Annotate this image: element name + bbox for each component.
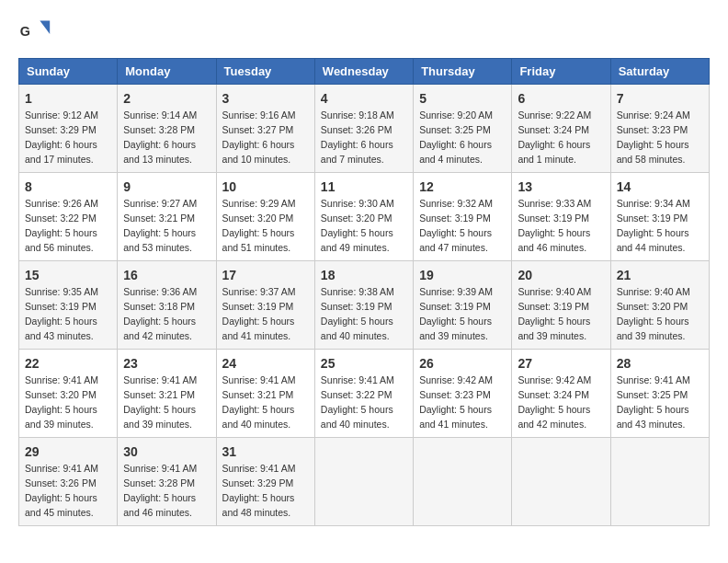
cell-content: Sunrise: 9:36 AMSunset: 3:18 PMDaylight:…	[123, 286, 197, 341]
cell-content: Sunrise: 9:42 AMSunset: 3:23 PMDaylight:…	[419, 374, 493, 430]
calendar-cell	[512, 438, 610, 526]
cell-content: Sunrise: 9:42 AMSunset: 3:24 PMDaylight:…	[518, 374, 591, 430]
day-number: 22	[25, 354, 111, 373]
week-row-1: 1 Sunrise: 9:12 AMSunset: 3:29 PMDayligh…	[19, 85, 710, 173]
week-row-2: 8 Sunrise: 9:26 AMSunset: 3:22 PMDayligh…	[19, 173, 710, 261]
cell-content: Sunrise: 9:29 AMSunset: 3:20 PMDaylight:…	[222, 198, 296, 253]
cell-content: Sunrise: 9:27 AMSunset: 3:21 PMDaylight:…	[123, 198, 197, 253]
calendar-cell: 30 Sunrise: 9:41 AMSunset: 3:28 PMDaylig…	[118, 438, 216, 526]
calendar-cell: 25 Sunrise: 9:41 AMSunset: 3:22 PMDaylig…	[314, 350, 413, 438]
calendar-cell: 17 Sunrise: 9:37 AMSunset: 3:19 PMDaylig…	[216, 261, 314, 350]
cell-content: Sunrise: 9:30 AMSunset: 3:20 PMDaylight:…	[321, 198, 394, 253]
weekday-header-row: SundayMondayTuesdayWednesdayThursdayFrid…	[19, 59, 710, 85]
day-number: 9	[123, 178, 210, 196]
week-row-5: 29 Sunrise: 9:41 AMSunset: 3:26 PMDaylig…	[19, 438, 710, 526]
cell-content: Sunrise: 9:22 AMSunset: 3:24 PMDaylight:…	[518, 109, 591, 165]
day-number: 31	[222, 442, 309, 461]
calendar-cell: 11 Sunrise: 9:30 AMSunset: 3:20 PMDaylig…	[314, 173, 413, 261]
calendar-cell: 16 Sunrise: 9:36 AMSunset: 3:18 PMDaylig…	[118, 261, 216, 350]
calendar-cell: 7 Sunrise: 9:24 AMSunset: 3:23 PMDayligh…	[610, 85, 709, 173]
calendar-cell: 26 Sunrise: 9:42 AMSunset: 3:23 PMDaylig…	[414, 350, 512, 438]
day-number: 20	[518, 266, 604, 284]
calendar-cell: 21 Sunrise: 9:40 AMSunset: 3:20 PMDaylig…	[610, 261, 709, 350]
day-number: 26	[419, 354, 506, 373]
weekday-header-friday: Friday	[512, 59, 610, 85]
weekday-header-sunday: Sunday	[19, 59, 118, 85]
cell-content: Sunrise: 9:32 AMSunset: 3:19 PMDaylight:…	[419, 198, 493, 253]
cell-content: Sunrise: 9:18 AMSunset: 3:26 PMDaylight:…	[321, 109, 394, 165]
cell-content: Sunrise: 9:41 AMSunset: 3:28 PMDaylight:…	[123, 463, 197, 518]
cell-content: Sunrise: 9:26 AMSunset: 3:22 PMDaylight:…	[25, 198, 98, 253]
day-number: 28	[617, 354, 703, 373]
day-number: 7	[617, 89, 703, 108]
calendar-cell: 14 Sunrise: 9:34 AMSunset: 3:19 PMDaylig…	[610, 173, 709, 261]
logo: G	[18, 17, 55, 51]
cell-content: Sunrise: 9:35 AMSunset: 3:19 PMDaylight:…	[25, 286, 98, 341]
weekday-header-thursday: Thursday	[414, 59, 512, 85]
calendar-cell: 12 Sunrise: 9:32 AMSunset: 3:19 PMDaylig…	[414, 173, 512, 261]
calendar-cell: 8 Sunrise: 9:26 AMSunset: 3:22 PMDayligh…	[19, 173, 118, 261]
cell-content: Sunrise: 9:37 AMSunset: 3:19 PMDaylight:…	[222, 286, 296, 341]
day-number: 24	[222, 354, 309, 373]
cell-content: Sunrise: 9:33 AMSunset: 3:19 PMDaylight:…	[518, 198, 591, 253]
calendar-cell: 27 Sunrise: 9:42 AMSunset: 3:24 PMDaylig…	[512, 350, 610, 438]
calendar-cell: 2 Sunrise: 9:14 AMSunset: 3:28 PMDayligh…	[118, 85, 216, 173]
cell-content: Sunrise: 9:41 AMSunset: 3:25 PMDaylight:…	[617, 374, 690, 430]
calendar-cell: 1 Sunrise: 9:12 AMSunset: 3:29 PMDayligh…	[19, 85, 118, 173]
day-number: 12	[419, 178, 506, 196]
cell-content: Sunrise: 9:14 AMSunset: 3:28 PMDaylight:…	[123, 109, 197, 165]
logo-icon: G	[18, 17, 51, 51]
calendar-cell: 29 Sunrise: 9:41 AMSunset: 3:26 PMDaylig…	[19, 438, 118, 526]
cell-content: Sunrise: 9:41 AMSunset: 3:21 PMDaylight:…	[123, 374, 197, 430]
svg-text:G: G	[20, 24, 30, 39]
cell-content: Sunrise: 9:38 AMSunset: 3:19 PMDaylight:…	[321, 286, 394, 341]
calendar-table: SundayMondayTuesdayWednesdayThursdayFrid…	[18, 58, 710, 526]
cell-content: Sunrise: 9:41 AMSunset: 3:21 PMDaylight:…	[222, 374, 296, 430]
day-number: 1	[25, 89, 111, 108]
cell-content: Sunrise: 9:41 AMSunset: 3:26 PMDaylight:…	[25, 463, 98, 518]
day-number: 5	[419, 89, 506, 108]
calendar-cell: 4 Sunrise: 9:18 AMSunset: 3:26 PMDayligh…	[314, 85, 413, 173]
calendar-cell: 15 Sunrise: 9:35 AMSunset: 3:19 PMDaylig…	[19, 261, 118, 350]
day-number: 15	[25, 266, 111, 284]
cell-content: Sunrise: 9:41 AMSunset: 3:29 PMDaylight:…	[222, 463, 296, 518]
cell-content: Sunrise: 9:40 AMSunset: 3:20 PMDaylight:…	[617, 286, 690, 341]
week-row-4: 22 Sunrise: 9:41 AMSunset: 3:20 PMDaylig…	[19, 350, 710, 438]
weekday-header-monday: Monday	[118, 59, 216, 85]
calendar-cell: 20 Sunrise: 9:40 AMSunset: 3:19 PMDaylig…	[512, 261, 610, 350]
calendar-cell: 18 Sunrise: 9:38 AMSunset: 3:19 PMDaylig…	[314, 261, 413, 350]
cell-content: Sunrise: 9:41 AMSunset: 3:22 PMDaylight:…	[321, 374, 394, 430]
calendar-cell: 6 Sunrise: 9:22 AMSunset: 3:24 PMDayligh…	[512, 85, 610, 173]
day-number: 3	[222, 89, 309, 108]
day-number: 11	[321, 178, 407, 196]
cell-content: Sunrise: 9:12 AMSunset: 3:29 PMDaylight:…	[25, 109, 98, 165]
calendar-cell: 19 Sunrise: 9:39 AMSunset: 3:19 PMDaylig…	[414, 261, 512, 350]
day-number: 4	[321, 89, 407, 108]
cell-content: Sunrise: 9:24 AMSunset: 3:23 PMDaylight:…	[617, 109, 690, 165]
weekday-header-wednesday: Wednesday	[314, 59, 413, 85]
day-number: 2	[123, 89, 210, 108]
day-number: 16	[123, 266, 210, 284]
day-number: 29	[25, 442, 111, 461]
header: G	[18, 14, 710, 51]
day-number: 18	[321, 266, 407, 284]
calendar-cell	[414, 438, 512, 526]
calendar-cell: 28 Sunrise: 9:41 AMSunset: 3:25 PMDaylig…	[610, 350, 709, 438]
day-number: 19	[419, 266, 506, 284]
day-number: 17	[222, 266, 309, 284]
calendar-cell: 3 Sunrise: 9:16 AMSunset: 3:27 PMDayligh…	[216, 85, 314, 173]
calendar-cell: 5 Sunrise: 9:20 AMSunset: 3:25 PMDayligh…	[414, 85, 512, 173]
calendar-cell: 13 Sunrise: 9:33 AMSunset: 3:19 PMDaylig…	[512, 173, 610, 261]
calendar-cell	[314, 438, 413, 526]
calendar-cell: 24 Sunrise: 9:41 AMSunset: 3:21 PMDaylig…	[216, 350, 314, 438]
calendar-cell: 23 Sunrise: 9:41 AMSunset: 3:21 PMDaylig…	[118, 350, 216, 438]
cell-content: Sunrise: 9:16 AMSunset: 3:27 PMDaylight:…	[222, 109, 296, 165]
calendar-cell: 9 Sunrise: 9:27 AMSunset: 3:21 PMDayligh…	[118, 173, 216, 261]
cell-content: Sunrise: 9:40 AMSunset: 3:19 PMDaylight:…	[518, 286, 591, 341]
svg-marker-1	[40, 21, 50, 34]
day-number: 23	[123, 354, 210, 373]
day-number: 30	[123, 442, 210, 461]
day-number: 27	[518, 354, 604, 373]
day-number: 21	[617, 266, 703, 284]
calendar-cell	[610, 438, 709, 526]
